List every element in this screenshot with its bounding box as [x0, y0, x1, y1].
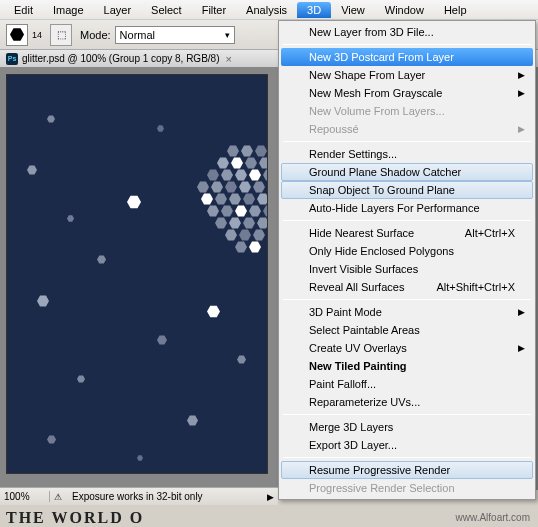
menu-item-3d-paint-mode[interactable]: 3D Paint Mode▶ [281, 303, 533, 321]
watermark: www.Alfoart.com [456, 512, 530, 523]
menu-item-export-3d-layer[interactable]: Export 3D Layer... [281, 436, 533, 454]
menu-item-label: Export 3D Layer... [309, 439, 397, 451]
menu-separator [283, 220, 531, 221]
submenu-arrow-icon: ▶ [518, 343, 525, 353]
menu-item-repouss: Repoussé▶ [281, 120, 533, 138]
shortcut-label: Alt+Ctrl+X [465, 227, 515, 239]
menu-item-label: New Mesh From Grayscale [309, 87, 442, 99]
3d-menu-dropdown: New Layer from 3D File...New 3D Postcard… [278, 20, 536, 500]
mode-label: Mode: [80, 29, 111, 41]
document-title: glitter.psd @ 100% (Group 1 copy 8, RGB/… [22, 53, 219, 64]
menu-item-label: Invert Visible Surfaces [309, 263, 418, 275]
submenu-arrow-icon: ▶ [518, 124, 525, 134]
menu-item-new-shape-from-layer[interactable]: New Shape From Layer▶ [281, 66, 533, 84]
menu-item-label: New Layer from 3D File... [309, 26, 434, 38]
mode-value: Normal [120, 29, 155, 41]
submenu-arrow-icon: ▶ [518, 88, 525, 98]
menu-item-label: New Tiled Painting [309, 360, 407, 372]
menu-item-label: Only Hide Enclosed Polygons [309, 245, 454, 257]
menu-item-label: Hide Nearest Surface [309, 227, 414, 239]
menu-3d[interactable]: 3D [297, 2, 331, 18]
menu-item-invert-visible-surfaces[interactable]: Invert Visible Surfaces [281, 260, 533, 278]
close-icon[interactable]: × [225, 53, 231, 65]
status-text: Exposure works in 32-bit only [66, 491, 263, 502]
menu-item-label: Merge 3D Layers [309, 421, 393, 433]
menu-item-auto-hide-layers-for-performance[interactable]: Auto-Hide Layers For Performance [281, 199, 533, 217]
menu-item-resume-progressive-render[interactable]: Resume Progressive Render [281, 461, 533, 479]
menu-separator [283, 44, 531, 45]
zoom-level[interactable]: 100% [0, 491, 50, 502]
menu-item-label: Paint Falloff... [309, 378, 376, 390]
menu-separator [283, 141, 531, 142]
menu-analysis[interactable]: Analysis [236, 2, 297, 18]
menu-separator [283, 457, 531, 458]
menu-image[interactable]: Image [43, 2, 94, 18]
menu-item-label: Auto-Hide Layers For Performance [309, 202, 480, 214]
brush-preview[interactable] [6, 24, 28, 46]
warning-icon: ⚠ [50, 492, 66, 502]
mode-select[interactable]: Normal ▾ [115, 26, 235, 44]
menu-item-label: Snap Object To Ground Plane [309, 184, 455, 196]
menu-item-label: Ground Plane Shadow Catcher [309, 166, 461, 178]
menu-help[interactable]: Help [434, 2, 477, 18]
canvas[interactable] [6, 74, 268, 474]
toggle-panel-button[interactable]: ⬚ [50, 24, 72, 46]
menu-item-label: 3D Paint Mode [309, 306, 382, 318]
menu-item-label: Reveal All Surfaces [309, 281, 404, 293]
menu-item-only-hide-enclosed-polygons[interactable]: Only Hide Enclosed Polygons [281, 242, 533, 260]
menu-item-reveal-all-surfaces[interactable]: Reveal All SurfacesAlt+Shift+Ctrl+X [281, 278, 533, 296]
menu-item-render-settings[interactable]: Render Settings... [281, 145, 533, 163]
menu-view[interactable]: View [331, 2, 375, 18]
menu-item-label: Create UV Overlays [309, 342, 407, 354]
menu-filter[interactable]: Filter [192, 2, 236, 18]
statusbar: 100% ⚠ Exposure works in 32-bit only ▶ [0, 487, 278, 505]
menu-item-label: Repoussé [309, 123, 359, 135]
menu-item-label: New Volume From Layers... [309, 105, 445, 117]
submenu-arrow-icon: ▶ [518, 307, 525, 317]
menu-item-merge-3d-layers[interactable]: Merge 3D Layers [281, 418, 533, 436]
shortcut-label: Alt+Shift+Ctrl+X [436, 281, 515, 293]
menu-edit[interactable]: Edit [4, 2, 43, 18]
menu-item-reparameterize-uvs[interactable]: Reparameterize UVs... [281, 393, 533, 411]
menu-separator [283, 414, 531, 415]
photoshop-icon: Ps [6, 53, 18, 65]
menu-item-new-tiled-painting[interactable]: New Tiled Painting [281, 357, 533, 375]
menu-separator [283, 299, 531, 300]
chevron-down-icon: ▾ [225, 30, 230, 40]
background-text: THE WORLD O [6, 509, 144, 527]
glitter-cluster [187, 145, 268, 265]
menu-item-label: New Shape From Layer [309, 69, 425, 81]
menu-item-progressive-render-selection: Progressive Render Selection [281, 479, 533, 497]
submenu-arrow-icon: ▶ [518, 70, 525, 80]
menu-item-label: Progressive Render Selection [309, 482, 455, 494]
menu-select[interactable]: Select [141, 2, 192, 18]
menu-item-paint-falloff[interactable]: Paint Falloff... [281, 375, 533, 393]
menu-item-label: Reparameterize UVs... [309, 396, 420, 408]
brush-size: 14 [32, 30, 42, 40]
menu-item-label: New 3D Postcard From Layer [309, 51, 454, 63]
menu-item-ground-plane-shadow-catcher[interactable]: Ground Plane Shadow Catcher [281, 163, 533, 181]
menu-item-select-paintable-areas[interactable]: Select Paintable Areas [281, 321, 533, 339]
menu-item-new-layer-from-3d-file[interactable]: New Layer from 3D File... [281, 23, 533, 41]
menu-item-label: Resume Progressive Render [309, 464, 450, 476]
menubar: EditImageLayerSelectFilterAnalysis3DView… [0, 0, 538, 20]
menu-item-new-mesh-from-grayscale[interactable]: New Mesh From Grayscale▶ [281, 84, 533, 102]
menu-window[interactable]: Window [375, 2, 434, 18]
menu-item-new-3d-postcard-from-layer[interactable]: New 3D Postcard From Layer [281, 48, 533, 66]
menu-item-label: Render Settings... [309, 148, 397, 160]
menu-item-label: Select Paintable Areas [309, 324, 420, 336]
menu-item-new-volume-from-layers: New Volume From Layers... [281, 102, 533, 120]
menu-item-create-uv-overlays[interactable]: Create UV Overlays▶ [281, 339, 533, 357]
menu-layer[interactable]: Layer [94, 2, 142, 18]
menu-item-snap-object-to-ground-plane[interactable]: Snap Object To Ground Plane [281, 181, 533, 199]
menu-item-hide-nearest-surface[interactable]: Hide Nearest SurfaceAlt+Ctrl+X [281, 224, 533, 242]
chevron-right-icon[interactable]: ▶ [263, 492, 278, 502]
hexagon-icon [10, 28, 24, 42]
